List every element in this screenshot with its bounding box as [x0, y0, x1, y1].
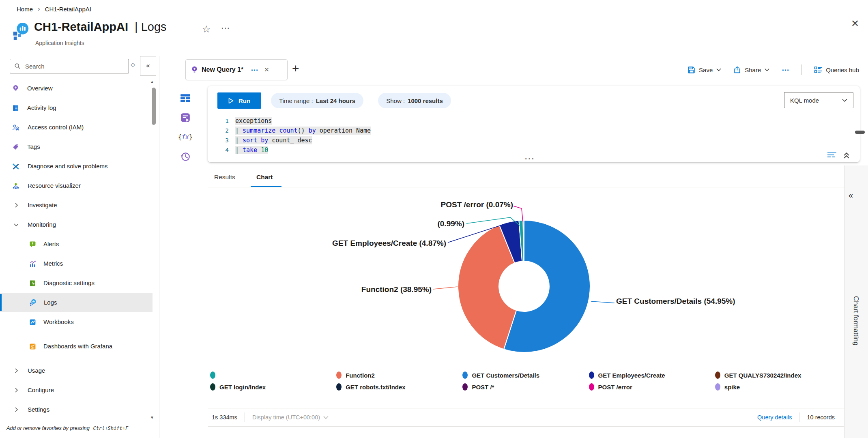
legend-item[interactable]: GET Employees/Create: [589, 370, 715, 380]
word-wrap-icon[interactable]: [827, 152, 837, 159]
access-control-icon: [12, 124, 19, 131]
chevron-down-icon: [13, 221, 19, 228]
sidebar-item-dashboards-grafana[interactable]: Dashboards with Grafana: [0, 332, 153, 361]
sidebar-item-alerts[interactable]: Alerts: [0, 234, 153, 254]
legend-label: Function2: [346, 372, 375, 379]
save-icon: [688, 66, 695, 74]
line-number: 4: [218, 147, 229, 153]
editor-resize-grip[interactable]: ···: [525, 155, 535, 163]
share-icon: [733, 66, 741, 74]
donut-chart: [208, 188, 844, 370]
search-icon: [14, 63, 21, 69]
legend-item[interactable]: GET QUALYS730242/Index: [715, 370, 841, 380]
blade-name: | Logs: [135, 20, 166, 33]
query-bulb-icon: [191, 66, 198, 74]
legend-label: POST /error: [598, 384, 632, 391]
legend-dot: [715, 371, 720, 379]
legend-label: POST /*: [472, 384, 494, 391]
new-query-tab-button[interactable]: +: [292, 62, 299, 75]
favorites-hint: Add or remove favorites by pressing Ctrl…: [6, 425, 153, 431]
legend-dot: [210, 371, 215, 379]
legend-dot: [589, 371, 594, 379]
toolbar-more-icon[interactable]: ⋯: [782, 65, 789, 75]
sidebar-item-metrics[interactable]: Metrics: [0, 254, 153, 273]
chart-legend: GET login/IndexFunction2GET robots.txt/I…: [210, 370, 841, 392]
chart-formatting-label[interactable]: Chart formatting: [852, 296, 860, 346]
legend-item[interactable]: POST /*: [462, 382, 589, 392]
collapse-editor-icon[interactable]: [843, 152, 850, 159]
results-status-bar: 1s 334ms Display time (UTC+00:00) Query …: [208, 408, 844, 427]
resource-name: CH1-RetailAppAI: [34, 20, 128, 33]
azure-portal-page: Home › CH1-RetailAppAI CH1-RetailAppAI |…: [0, 0, 868, 438]
header-more-icon[interactable]: …: [221, 21, 230, 30]
share-button[interactable]: Share: [733, 66, 769, 74]
chevron-right-icon: [13, 367, 19, 374]
sidebar-item-resource-visualizer[interactable]: Resource visualizer: [0, 176, 153, 195]
close-blade-icon[interactable]: ✕: [851, 19, 859, 28]
sidebar-group-configure[interactable]: Configure: [0, 380, 153, 400]
legend-item[interactable]: Function2: [336, 370, 462, 380]
tables-pane-icon[interactable]: [179, 92, 192, 105]
sidebar-item-diagnose[interactable]: Diagnose and solve problems: [0, 157, 153, 176]
show-results-picker[interactable]: Show : 1000 results: [378, 93, 451, 108]
query-tab[interactable]: New Query 1* ⋯ ✕: [185, 59, 288, 80]
sidebar-item-activity-log[interactable]: Activity log: [0, 98, 153, 118]
legend-dot: [462, 383, 468, 391]
functions-pane-icon[interactable]: {fx}: [179, 131, 192, 144]
tab-chart[interactable]: Chart: [256, 174, 273, 181]
query-toolbar-actions: Save Share ⋯ Queries hub: [633, 59, 865, 80]
kql-editor[interactable]: 1exceptions 2| summarize count() by oper…: [218, 116, 371, 155]
blade-scrollbar-thumb[interactable]: [855, 131, 865, 134]
kql-mode-select[interactable]: KQL mode: [784, 92, 853, 108]
sidebar-item-tags[interactable]: Tags: [0, 137, 153, 157]
legend-item[interactable]: GET robots.txt/Index: [336, 382, 462, 392]
toolbar-divider: [801, 64, 802, 75]
run-button[interactable]: Run: [217, 92, 261, 109]
display-time-selector[interactable]: Display time (UTC+00:00): [252, 414, 329, 421]
donut-slice-4[interactable]: [523, 220, 524, 261]
workbooks-icon: [29, 319, 36, 326]
sidebar-group-usage[interactable]: Usage: [0, 361, 153, 380]
sidebar-item-logs[interactable]: Logs: [0, 293, 153, 312]
breadcrumb-resource[interactable]: CH1-RetailAppAI: [45, 6, 91, 13]
query-tab-close-icon[interactable]: ✕: [264, 66, 269, 73]
chart-callout-customers-details: GET Customers/Details (54.95%): [616, 297, 735, 306]
query-details-link[interactable]: Query details: [757, 414, 792, 421]
sidebar-item-diagnostic-settings[interactable]: Diagnostic settings: [0, 273, 153, 293]
activity-log-icon: [12, 105, 19, 112]
legend-item[interactable]: [210, 370, 336, 380]
filter-diamond-icon[interactable]: ◇: [131, 62, 135, 67]
query-history-icon[interactable]: [179, 150, 192, 163]
legend-item[interactable]: spike: [715, 382, 841, 392]
sidebar-group-monitoring[interactable]: Monitoring: [0, 215, 153, 234]
chevron-down-icon: [716, 68, 721, 71]
page-title: CH1-RetailAppAI | Logs: [34, 20, 167, 34]
chevron-right-icon: [13, 202, 19, 208]
expand-panel-icon[interactable]: «: [849, 191, 853, 200]
search-input[interactable]: [24, 62, 118, 70]
legend-item[interactable]: GET login/Index: [210, 382, 336, 392]
queries-pane-icon[interactable]: [179, 111, 192, 124]
save-button[interactable]: Save: [688, 66, 721, 74]
sidebar-item-access-control[interactable]: Access control (IAM): [0, 118, 153, 137]
tab-results[interactable]: Results: [214, 174, 235, 181]
sidebar-group-settings[interactable]: Settings: [0, 400, 153, 419]
sidebar-menu: Overview Activity log Access control (IA…: [0, 79, 153, 419]
query-tab-more-icon[interactable]: ⋯: [251, 65, 258, 75]
sidebar-collapse-button[interactable]: «: [140, 56, 156, 75]
favorite-star-icon[interactable]: ☆: [202, 24, 211, 34]
sidebar-item-workbooks[interactable]: Workbooks: [0, 312, 153, 332]
legend-label: GET QUALYS730242/Index: [724, 372, 801, 379]
tabs-divider: [208, 187, 844, 187]
time-range-picker[interactable]: Time range : Last 24 hours: [271, 93, 363, 108]
queries-hub-button[interactable]: Queries hub: [814, 66, 859, 73]
sidebar-group-investigate[interactable]: Investigate: [0, 195, 153, 215]
breadcrumb-home[interactable]: Home: [17, 6, 33, 13]
legend-item[interactable]: POST /error: [589, 382, 715, 392]
sidebar-item-overview[interactable]: Overview: [0, 79, 153, 98]
leader-line-post-error: [513, 206, 523, 221]
legend-label: GET robots.txt/Index: [346, 384, 406, 391]
grafana-dashboard-icon: [29, 343, 36, 350]
legend-dot: [462, 371, 468, 379]
legend-item[interactable]: GET Customers/Details: [462, 370, 589, 380]
